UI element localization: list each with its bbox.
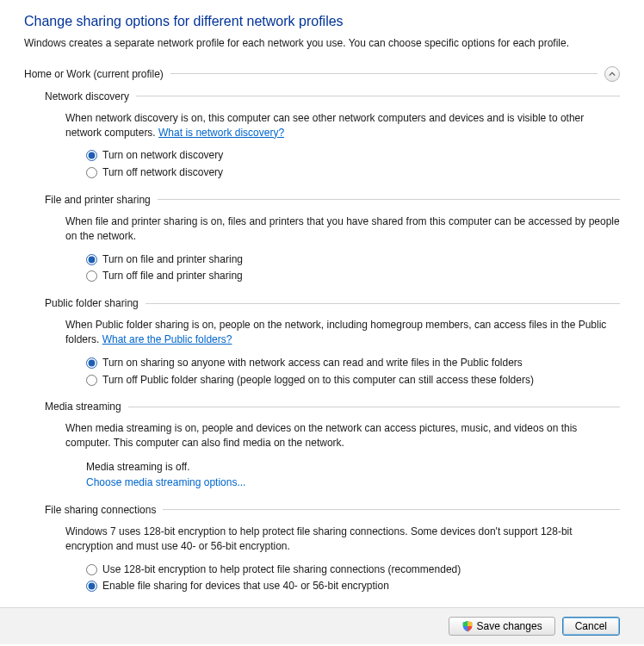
cancel-label: Cancel <box>575 620 607 632</box>
publicfolder-off-label[interactable]: Turn off Public folder sharing (people l… <box>102 373 534 388</box>
cancel-button[interactable]: Cancel <box>562 617 620 636</box>
divider <box>128 407 620 407</box>
section-file-sharing-connections: File sharing connections Windows 7 uses … <box>45 504 620 593</box>
encryption-128-radio[interactable] <box>86 564 97 575</box>
section-media-streaming: Media streaming When media streaming is … <box>45 401 620 490</box>
media-status: Media streaming is off. <box>86 459 620 475</box>
page-description: Windows creates a separate network profi… <box>24 36 620 51</box>
publicfolder-on-label[interactable]: Turn on sharing so anyone with network a… <box>102 356 523 370</box>
public-folders-help-link[interactable]: What are the Public folders? <box>102 333 232 345</box>
section-description: When network discovery is on, this compu… <box>65 111 620 140</box>
save-label: Save changes <box>477 620 542 632</box>
save-changes-button[interactable]: Save changes <box>449 617 555 636</box>
footer-bar: Save changes Cancel <box>0 607 644 644</box>
section-file-printer-sharing: File and printer sharing When file and p… <box>45 194 620 283</box>
divider <box>136 96 620 96</box>
discovery-off-radio[interactable] <box>86 167 97 178</box>
section-title: Network discovery <box>45 90 129 102</box>
section-description: When Public folder sharing is on, people… <box>65 318 620 347</box>
page-title: Change sharing options for different net… <box>24 14 620 29</box>
divider <box>170 73 598 74</box>
section-title: Media streaming <box>45 401 121 413</box>
divider <box>163 509 620 510</box>
fileprint-on-radio[interactable] <box>86 254 97 265</box>
collapse-button[interactable] <box>604 66 620 82</box>
publicfolder-off-radio[interactable] <box>86 375 97 386</box>
fileprint-off-radio[interactable] <box>86 270 97 282</box>
profile-label: Home or Work (current profile) <box>24 68 164 80</box>
discovery-on-label[interactable]: Turn on network discovery <box>102 148 223 163</box>
network-discovery-help-link[interactable]: What is network discovery? <box>158 127 284 139</box>
discovery-off-label[interactable]: Turn off network discovery <box>102 165 223 180</box>
fileprint-off-label[interactable]: Turn off file and printer sharing <box>102 269 243 283</box>
divider <box>146 303 620 304</box>
encryption-4056-radio[interactable] <box>86 581 97 592</box>
section-title: File sharing connections <box>45 504 156 516</box>
profile-header[interactable]: Home or Work (current profile) <box>24 66 620 82</box>
divider <box>158 199 620 200</box>
chevron-up-icon <box>609 71 616 78</box>
encryption-128-label[interactable]: Use 128-bit encryption to help protect f… <box>102 562 461 577</box>
fileprint-on-label[interactable]: Turn on file and printer sharing <box>102 252 243 267</box>
section-description: Windows 7 uses 128-bit encryption to hel… <box>65 525 620 554</box>
section-public-folder-sharing: Public folder sharing When Public folder… <box>45 297 620 387</box>
section-description: When media streaming is on, people and d… <box>65 421 620 450</box>
section-network-discovery: Network discovery When network discovery… <box>45 90 620 180</box>
media-options-link[interactable]: Choose media streaming options... <box>86 475 620 490</box>
discovery-on-radio[interactable] <box>86 150 97 161</box>
encryption-4056-label[interactable]: Enable file sharing for devices that use… <box>102 579 389 593</box>
publicfolder-on-radio[interactable] <box>86 357 97 369</box>
section-description: When file and printer sharing is on, fil… <box>65 214 620 244</box>
section-title: Public folder sharing <box>45 297 139 309</box>
section-title: File and printer sharing <box>45 194 151 206</box>
shield-icon <box>461 620 474 632</box>
desc-text: When network discovery is on, this compu… <box>65 112 584 139</box>
